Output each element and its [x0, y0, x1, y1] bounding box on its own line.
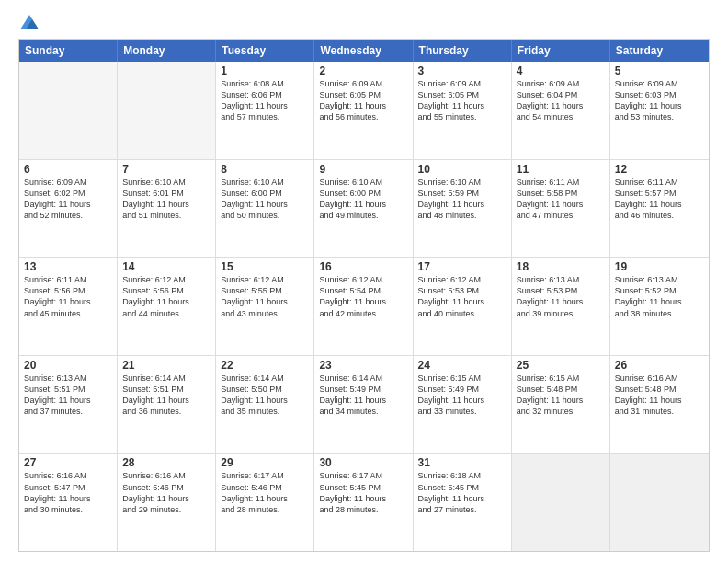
cell-info-line: Sunset: 5:55 PM	[221, 285, 309, 296]
day-number: 2	[319, 64, 407, 77]
header-day-monday: Monday	[118, 40, 216, 62]
page: SundayMondayTuesdayWednesdayThursdayFrid…	[0, 0, 728, 563]
cal-cell-22: 22Sunrise: 6:14 AMSunset: 5:50 PMDayligh…	[216, 356, 314, 454]
cell-info-line: and 53 minutes.	[615, 111, 704, 122]
cal-cell-25: 25Sunrise: 6:15 AMSunset: 5:48 PMDayligh…	[512, 356, 610, 454]
day-number: 14	[122, 260, 210, 273]
cell-info-line: Sunrise: 6:10 AM	[122, 177, 210, 188]
cell-info-line: and 28 minutes.	[221, 504, 309, 515]
cell-info-line: Daylight: 11 hours	[615, 199, 704, 210]
cell-info-line: and 55 minutes.	[418, 111, 506, 122]
cell-info-line: Daylight: 11 hours	[319, 493, 407, 504]
cell-info-line: Daylight: 11 hours	[24, 493, 112, 504]
cell-info-line: Sunset: 5:57 PM	[615, 188, 704, 199]
cell-info-line: Sunrise: 6:16 AM	[615, 373, 704, 384]
cell-info-line: Sunrise: 6:11 AM	[24, 274, 112, 285]
cell-info-line: and 38 minutes.	[615, 308, 704, 319]
day-number: 30	[319, 456, 407, 469]
cell-info-line: Sunrise: 6:17 AM	[221, 470, 309, 481]
cell-info-line: Daylight: 11 hours	[319, 296, 407, 307]
cal-cell-29: 29Sunrise: 6:17 AMSunset: 5:46 PMDayligh…	[216, 454, 314, 551]
cell-info-line: and 48 minutes.	[418, 210, 506, 221]
cell-info-line: Daylight: 11 hours	[615, 100, 704, 111]
cell-info-line: Daylight: 11 hours	[517, 395, 605, 406]
cell-info-line: Sunrise: 6:09 AM	[615, 78, 704, 89]
cal-cell-14: 14Sunrise: 6:12 AMSunset: 5:56 PMDayligh…	[118, 258, 216, 355]
cal-cell-27: 27Sunrise: 6:16 AMSunset: 5:47 PMDayligh…	[19, 454, 118, 551]
calendar-header: SundayMondayTuesdayWednesdayThursdayFrid…	[19, 40, 709, 62]
cell-info-line: and 45 minutes.	[24, 308, 112, 319]
cell-info-line: Sunset: 6:01 PM	[122, 188, 210, 199]
cell-info-line: Daylight: 11 hours	[418, 199, 506, 210]
cell-info-line: and 51 minutes.	[122, 210, 210, 221]
cell-info-line: Sunset: 6:03 PM	[615, 89, 704, 100]
day-number: 6	[24, 163, 112, 176]
day-number: 26	[615, 359, 704, 372]
cell-info-line: Daylight: 11 hours	[418, 100, 506, 111]
day-number: 7	[122, 163, 210, 176]
cell-info-line: Sunset: 6:06 PM	[221, 89, 309, 100]
cell-info-line: Daylight: 11 hours	[615, 395, 704, 406]
cell-info-line: and 36 minutes.	[122, 406, 210, 417]
cell-info-line: and 46 minutes.	[615, 210, 704, 221]
cell-info-line: Sunrise: 6:10 AM	[418, 177, 506, 188]
cal-cell-13: 13Sunrise: 6:11 AMSunset: 5:56 PMDayligh…	[19, 258, 118, 355]
cal-cell-empty	[610, 454, 709, 551]
cell-info-line: Sunset: 5:47 PM	[24, 482, 112, 493]
logo	[18, 15, 39, 29]
cell-info-line: Sunset: 6:05 PM	[319, 89, 407, 100]
cal-cell-12: 12Sunrise: 6:11 AMSunset: 5:57 PMDayligh…	[610, 160, 709, 258]
cal-cell-30: 30Sunrise: 6:17 AMSunset: 5:45 PMDayligh…	[314, 454, 413, 551]
day-number: 4	[517, 64, 605, 77]
cell-info-line: Sunset: 5:45 PM	[418, 482, 506, 493]
cell-info-line: Daylight: 11 hours	[517, 100, 605, 111]
cell-info-line: Sunrise: 6:11 AM	[615, 177, 704, 188]
cell-info-line: Daylight: 11 hours	[517, 296, 605, 307]
cell-info-line: Daylight: 11 hours	[418, 296, 506, 307]
cell-info-line: and 32 minutes.	[517, 406, 605, 417]
cell-info-line: Daylight: 11 hours	[319, 100, 407, 111]
cell-info-line: Daylight: 11 hours	[221, 199, 309, 210]
logo-icon	[20, 15, 39, 29]
cell-info-line: Sunset: 5:56 PM	[122, 285, 210, 296]
cell-info-line: and 27 minutes.	[418, 504, 506, 515]
cell-info-line: Daylight: 11 hours	[24, 199, 112, 210]
cell-info-line: and 29 minutes.	[122, 504, 210, 515]
cell-info-line: and 28 minutes.	[319, 504, 407, 515]
cell-info-line: Sunset: 5:53 PM	[418, 285, 506, 296]
cell-info-line: and 35 minutes.	[221, 406, 309, 417]
cell-info-line: Sunset: 5:46 PM	[122, 482, 210, 493]
cell-info-line: Sunrise: 6:13 AM	[615, 274, 704, 285]
cell-info-line: Sunrise: 6:13 AM	[24, 373, 112, 384]
cell-info-line: Sunset: 5:46 PM	[221, 482, 309, 493]
cell-info-line: and 30 minutes.	[24, 504, 112, 515]
cell-info-line: Sunrise: 6:17 AM	[319, 470, 407, 481]
cell-info-line: Sunset: 6:04 PM	[517, 89, 605, 100]
cell-info-line: Sunrise: 6:12 AM	[122, 274, 210, 285]
cell-info-line: Daylight: 11 hours	[221, 493, 309, 504]
cell-info-line: Daylight: 11 hours	[221, 100, 309, 111]
calendar-row-0: 1Sunrise: 6:08 AMSunset: 6:06 PMDaylight…	[19, 62, 709, 159]
cell-info-line: Daylight: 11 hours	[122, 395, 210, 406]
cell-info-line: Daylight: 11 hours	[319, 395, 407, 406]
cell-info-line: Sunrise: 6:09 AM	[418, 78, 506, 89]
cell-info-line: Sunset: 5:59 PM	[418, 188, 506, 199]
cell-info-line: Sunset: 5:48 PM	[517, 384, 605, 395]
day-number: 15	[221, 260, 309, 273]
cell-info-line: Sunrise: 6:14 AM	[122, 373, 210, 384]
day-number: 17	[418, 260, 506, 273]
cal-cell-20: 20Sunrise: 6:13 AMSunset: 5:51 PMDayligh…	[19, 356, 118, 454]
cal-cell-15: 15Sunrise: 6:12 AMSunset: 5:55 PMDayligh…	[216, 258, 314, 355]
cell-info-line: Sunset: 5:45 PM	[319, 482, 407, 493]
cell-info-line: Sunset: 6:02 PM	[24, 188, 112, 199]
cal-cell-1: 1Sunrise: 6:08 AMSunset: 6:06 PMDaylight…	[216, 62, 314, 159]
cell-info-line: and 42 minutes.	[319, 308, 407, 319]
cal-cell-19: 19Sunrise: 6:13 AMSunset: 5:52 PMDayligh…	[610, 258, 709, 355]
cell-info-line: Sunrise: 6:15 AM	[418, 373, 506, 384]
cell-info-line: Sunrise: 6:10 AM	[221, 177, 309, 188]
cell-info-line: Sunrise: 6:10 AM	[319, 177, 407, 188]
cell-info-line: Sunrise: 6:14 AM	[221, 373, 309, 384]
cell-info-line: Daylight: 11 hours	[221, 296, 309, 307]
cell-info-line: Sunset: 6:00 PM	[221, 188, 309, 199]
cal-cell-2: 2Sunrise: 6:09 AMSunset: 6:05 PMDaylight…	[314, 62, 413, 159]
